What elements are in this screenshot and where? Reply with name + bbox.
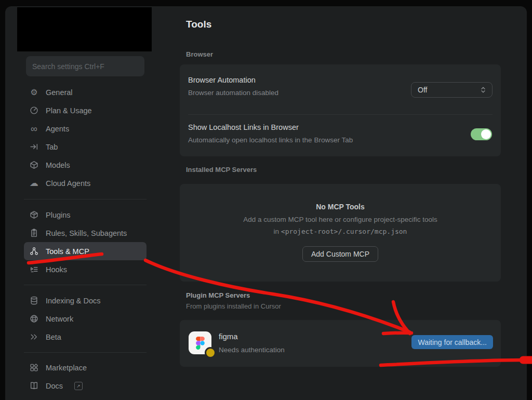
card-divider xyxy=(188,114,493,115)
plugin-mcp-server-row: figma Needs authentication Waiting for c… xyxy=(180,320,501,367)
gear-icon: ⚙ xyxy=(29,87,39,97)
sidebar-item-label: Hooks xyxy=(46,265,67,274)
sidebar-item-label: Network xyxy=(46,315,73,323)
sidebar-item-plugins[interactable]: Plugins xyxy=(24,206,147,224)
sidebar-item-label: Agents xyxy=(46,125,69,133)
plugin-mcp-section-sublabel: From plugins installed in Cursor xyxy=(186,302,281,310)
sidebar-item-beta[interactable]: Beta xyxy=(24,328,147,346)
cloud-icon: ☁ xyxy=(29,178,39,188)
gauge-icon xyxy=(29,105,39,115)
sidebar-group-resources: Marketplace Docs ↗ xyxy=(24,358,147,395)
sidebar-group-extensions: Plugins Rules, Skills, Subagents Tools &… xyxy=(24,206,147,278)
select-value: Off xyxy=(418,86,427,94)
browser-section-label: Browser xyxy=(186,50,213,58)
sidebar-group-system: Indexing & Docs Network Beta xyxy=(24,291,147,346)
external-link-icon: ↗ xyxy=(74,382,83,390)
sidebar-item-general[interactable]: ⚙ General xyxy=(24,83,147,101)
sidebar-item-tab[interactable]: Tab xyxy=(24,138,147,156)
sidebar-item-agents[interactable]: ∞ Agents xyxy=(24,119,147,138)
browser-settings-card: Browser Automation Browser automation di… xyxy=(180,64,501,156)
network-nodes-icon xyxy=(29,246,39,256)
sidebar-item-models[interactable]: Models xyxy=(24,156,147,174)
cube-icon xyxy=(29,160,39,170)
search-input[interactable] xyxy=(26,56,144,76)
package-icon xyxy=(29,210,39,220)
sidebar-item-label: Models xyxy=(46,161,70,169)
marketplace-icon xyxy=(29,363,39,372)
sidebar-divider xyxy=(24,285,147,285)
sidebar-item-hooks[interactable]: Hooks xyxy=(24,260,147,278)
toggle-knob xyxy=(481,129,491,139)
sidebar-item-label: Cloud Agents xyxy=(46,179,90,188)
database-icon xyxy=(29,296,39,305)
redacted-logo-area xyxy=(17,7,152,51)
sidebar-divider xyxy=(24,352,147,353)
sidebar-item-label: Tools & MCP xyxy=(46,247,89,256)
sidebar-item-label: General xyxy=(46,88,73,97)
hooks-icon xyxy=(29,264,39,274)
clipboard-icon xyxy=(29,228,39,238)
sidebar-item-label: Tab xyxy=(46,143,58,151)
server-name: figma xyxy=(219,332,238,341)
no-mcp-tools-title: No MCP Tools xyxy=(180,203,501,211)
figma-logo-icon xyxy=(196,337,205,350)
tab-arrow-icon xyxy=(29,142,39,152)
sidebar-item-label: Rules, Skills, Subagents xyxy=(46,229,127,237)
sidebar-item-marketplace[interactable]: Marketplace xyxy=(24,358,147,377)
mcp-config-path: <project-root>/.cursor/mcp.json xyxy=(281,228,407,235)
sidebar-item-indexing-docs[interactable]: Indexing & Docs xyxy=(24,291,147,310)
add-custom-mcp-button[interactable]: Add Custom MCP xyxy=(302,246,378,262)
installed-mcp-empty-card: No MCP Tools Add a custom MCP tool here … xyxy=(180,184,501,282)
sidebar-item-rules-skills-subagents[interactable]: Rules, Skills, Subagents xyxy=(24,224,147,242)
waiting-for-callback-button[interactable]: Waiting for callback... xyxy=(411,335,493,349)
no-mcp-tools-desc-line2: in <project-root>/.cursor/mcp.json xyxy=(180,228,501,235)
needs-auth-status-dot xyxy=(205,347,216,358)
browser-automation-subtitle: Browser automation disabled xyxy=(188,89,278,97)
figma-app-icon xyxy=(189,331,211,354)
plugin-mcp-section-label: Plugin MCP Servers xyxy=(186,291,250,299)
sidebar-item-label: Beta xyxy=(46,333,61,341)
infinity-icon: ∞ xyxy=(29,124,39,134)
no-mcp-tools-desc-line1: Add a custom MCP tool here or configure … xyxy=(180,216,501,223)
sidebar-item-network[interactable]: Network xyxy=(24,310,147,328)
localhost-links-toggle[interactable] xyxy=(471,128,492,140)
sidebar-item-label: Docs xyxy=(46,382,63,390)
browser-automation-select[interactable]: Off xyxy=(411,82,493,98)
browser-automation-title: Browser Automation xyxy=(188,76,256,84)
desc-prefix: in xyxy=(274,228,281,235)
installed-mcp-section-label: Installed MCP Servers xyxy=(186,166,257,174)
localhost-links-title: Show Localhost Links in Browser xyxy=(188,123,299,131)
sidebar-item-label: Plan & Usage xyxy=(46,106,92,115)
book-icon xyxy=(29,381,39,391)
page-title: Tools xyxy=(186,19,211,30)
server-status: Needs authentication xyxy=(219,346,285,354)
globe-icon xyxy=(29,314,39,324)
sidebar-item-cloud-agents[interactable]: ☁ Cloud Agents xyxy=(24,174,147,192)
sidebar-item-docs[interactable]: Docs ↗ xyxy=(24,377,147,395)
sidebar-divider xyxy=(24,199,147,199)
sidebar-item-plan-usage[interactable]: Plan & Usage xyxy=(24,101,147,119)
sidebar-item-label: Marketplace xyxy=(46,364,87,372)
sidebar-item-tools-mcp[interactable]: Tools & MCP xyxy=(24,242,147,260)
chevron-up-down-icon xyxy=(480,86,487,94)
chevrons-right-icon xyxy=(29,332,39,342)
sidebar-item-label: Plugins xyxy=(46,211,71,219)
sidebar-item-label: Indexing & Docs xyxy=(46,297,101,305)
sidebar-group-core: ⚙ General Plan & Usage ∞ Agents Tab Mode… xyxy=(24,83,147,192)
localhost-links-subtitle: Automatically open localhost links in th… xyxy=(188,136,353,144)
